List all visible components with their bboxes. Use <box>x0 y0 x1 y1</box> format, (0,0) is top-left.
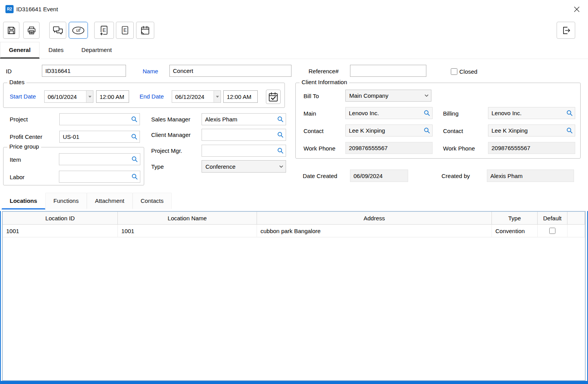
main-work-phone-input[interactable]: 209876555567 <box>345 142 433 154</box>
billing-contact-input[interactable]: Lee K Xinping <box>488 125 575 137</box>
default-checkbox[interactable] <box>549 228 555 234</box>
closed-label: Closed <box>459 68 478 75</box>
search-icon[interactable] <box>276 147 285 154</box>
add-event-button[interactable]: E <box>94 22 114 39</box>
search-icon[interactable] <box>276 116 285 123</box>
start-date-label: Start Date <box>10 93 36 100</box>
event-button[interactable]: E <box>116 22 134 39</box>
main-client-input[interactable]: Lenovo Inc. <box>345 107 433 119</box>
search-icon[interactable] <box>422 109 431 117</box>
comments-icon <box>52 25 64 36</box>
type-select[interactable]: Conference <box>202 160 286 173</box>
header-location-id[interactable]: Location ID <box>3 212 118 225</box>
close-icon <box>574 6 580 12</box>
start-date-dropdown-icon[interactable] <box>86 91 93 102</box>
profit-center-input[interactable]: US-01 <box>59 131 140 143</box>
bill-to-label: Bill To <box>303 93 319 99</box>
print-button[interactable] <box>23 22 40 39</box>
exit-button[interactable] <box>557 22 575 39</box>
labor-label: Labor <box>10 174 24 180</box>
calendar-check-button[interactable] <box>266 90 281 104</box>
dates-group-label: Dates <box>7 79 26 85</box>
event-icon: E <box>120 25 130 36</box>
project-label: Project <box>10 116 28 123</box>
header-location-name[interactable]: Location Name <box>118 212 257 225</box>
bill-to-select[interactable]: Main Company <box>345 90 431 102</box>
tab-functions[interactable]: Functions <box>45 193 87 209</box>
end-date-label: End Date <box>140 93 164 100</box>
print-icon <box>26 25 37 36</box>
svg-text:E: E <box>123 28 126 33</box>
sales-manager-input[interactable]: Alexis Pham <box>202 113 286 125</box>
tab-department[interactable]: Department <box>72 42 121 59</box>
close-button[interactable] <box>571 3 583 15</box>
svg-text:E: E <box>102 27 106 33</box>
billing-contact-label: Contact <box>443 128 463 134</box>
project-input[interactable] <box>59 113 140 125</box>
calendar-icon <box>140 25 150 36</box>
sales-manager-label: Sales Manager <box>151 116 190 123</box>
search-icon[interactable] <box>130 156 139 163</box>
billing-client-label: Billing <box>443 110 459 117</box>
window-title: ID316641 Event <box>16 0 58 18</box>
save-button[interactable] <box>3 22 19 39</box>
title-bar: R2 ID316641 Event <box>0 0 588 18</box>
item-input[interactable] <box>59 153 140 165</box>
calendar-button[interactable] <box>136 22 154 39</box>
tab-contacts[interactable]: Contacts <box>133 193 172 209</box>
search-icon[interactable] <box>130 116 138 123</box>
header-filler <box>567 212 585 225</box>
detail-tab-bar: Locations Functions Attachment Contacts <box>2 193 172 209</box>
user-fields-icon: uf <box>72 25 85 36</box>
end-time-input[interactable] <box>223 90 258 103</box>
start-date-input[interactable]: 06/10/2024 <box>44 90 93 103</box>
comments-button[interactable] <box>49 22 66 39</box>
closed-checkbox[interactable] <box>451 68 457 75</box>
cell-location-name: 1001 <box>118 225 257 237</box>
calendar-check-icon <box>268 92 279 102</box>
cell-type: Convention <box>492 225 538 237</box>
tab-dates[interactable]: Dates <box>40 42 72 59</box>
search-icon[interactable] <box>422 127 431 134</box>
id-input[interactable] <box>42 65 126 77</box>
name-input[interactable] <box>169 65 291 77</box>
reference-label: Reference# <box>309 68 339 74</box>
event-window: R2 ID316641 Event uf E E <box>0 0 588 384</box>
billing-client-input[interactable]: Lenovo Inc. <box>488 107 575 119</box>
search-icon[interactable] <box>130 173 139 180</box>
table-row[interactable]: 1001 1001 cubbon park Bangalore Conventi… <box>3 225 585 237</box>
labor-input[interactable] <box>59 171 140 183</box>
type-label: Type <box>151 163 164 170</box>
start-time-input[interactable] <box>96 90 129 103</box>
client-manager-label: Client Manager <box>151 131 191 138</box>
user-fields-button[interactable]: uf <box>69 22 88 39</box>
reference-input[interactable] <box>350 65 426 77</box>
client-information-group-label: Client Information <box>300 79 349 85</box>
main-client-label: Main <box>303 110 316 117</box>
search-icon[interactable] <box>565 127 574 134</box>
created-by-value: Alexis Pham <box>487 170 574 182</box>
tab-locations[interactable]: Locations <box>2 193 45 209</box>
project-mgr-input[interactable] <box>202 145 286 157</box>
main-contact-input[interactable]: Lee K Xinping <box>345 125 433 137</box>
tab-attachment[interactable]: Attachment <box>87 193 133 209</box>
search-icon[interactable] <box>130 133 138 140</box>
search-icon[interactable] <box>276 131 285 138</box>
save-icon <box>6 25 17 36</box>
main-work-phone-label: Work Phone <box>303 145 335 152</box>
header-address[interactable]: Address <box>257 212 492 225</box>
profit-center-label: Profit Center <box>10 133 42 140</box>
tab-general[interactable]: General <box>0 42 40 59</box>
app-logo-icon: R2 <box>5 5 14 13</box>
header-default[interactable]: Default <box>538 212 567 225</box>
header-type[interactable]: Type <box>492 212 538 225</box>
billing-work-phone-input[interactable]: 209876555567 <box>488 142 575 154</box>
chevron-down-icon[interactable] <box>277 161 285 172</box>
client-manager-input[interactable] <box>202 129 286 141</box>
end-date-dropdown-icon[interactable] <box>214 91 221 102</box>
billing-work-phone-label: Work Phone <box>443 145 475 152</box>
date-created-value: 06/09/2024 <box>350 170 408 182</box>
search-icon[interactable] <box>565 109 574 117</box>
end-date-input[interactable]: 06/12/2024 <box>172 90 221 103</box>
chevron-down-icon[interactable] <box>422 90 430 101</box>
